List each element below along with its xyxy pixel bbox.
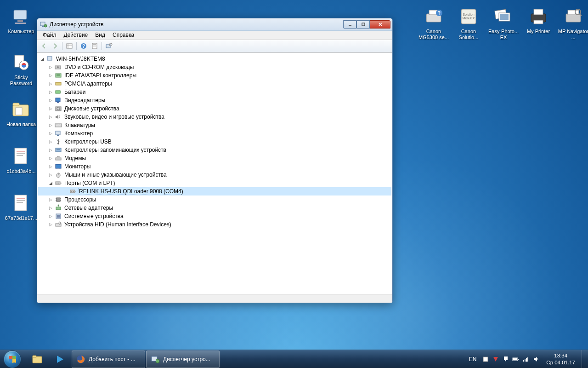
expander-icon[interactable]: ▷ — [48, 131, 53, 136]
device-manager-icon — [150, 354, 160, 364]
expander-icon[interactable]: ▷ — [48, 156, 53, 161]
tree-category[interactable]: ▷IDE ATA/ATAPI контроллеры — [38, 71, 391, 80]
tree-category[interactable]: ▷Звуковые, видео и игровые устройства — [38, 113, 391, 121]
scan-button[interactable] — [104, 41, 114, 51]
desktop-folder-icon[interactable]: Новая папка — [3, 98, 40, 127]
menu-file[interactable]: Файл — [39, 31, 60, 40]
tray-network-icon[interactable] — [522, 356, 530, 363]
tree-category[interactable]: ▷Сетевые адаптеры — [38, 204, 391, 212]
tray-kaspersky-icon[interactable] — [492, 356, 499, 363]
help-button[interactable]: ? — [79, 41, 89, 51]
desktop-icon-label: MP Navigator ... — [556, 29, 588, 40]
svg-rect-114 — [527, 357, 528, 362]
svg-point-106 — [156, 359, 159, 363]
disc-drive-icon — [55, 63, 62, 71]
tree-category-label: Контроллеры USB — [63, 138, 113, 145]
expander-icon[interactable]: ▷ — [48, 123, 53, 128]
tree-category[interactable]: ▷Модемы — [38, 154, 391, 162]
tree-category[interactable]: ▷Системные устройства — [38, 212, 391, 220]
minimize-button[interactable] — [343, 20, 356, 29]
tree-category[interactable]: ▷Клавиатуры — [38, 121, 391, 129]
svg-rect-12 — [15, 195, 27, 211]
expander-icon[interactable]: ▷ — [48, 90, 53, 95]
menu-action[interactable]: Действие — [60, 31, 92, 40]
expander-icon[interactable]: ◢ — [48, 181, 53, 186]
tray-notification-icon[interactable] — [482, 356, 489, 363]
expander-icon[interactable]: ▷ — [48, 81, 53, 86]
desktop-canon-mg-icon[interactable]: ?Canon MG5300 se... — [415, 6, 452, 40]
svg-rect-60 — [60, 92, 61, 92]
maximize-button[interactable] — [356, 20, 370, 29]
expander-icon[interactable]: ◢ — [40, 57, 45, 62]
tree-category[interactable]: ▷Контроллеры USB — [38, 138, 391, 146]
taskbar-task-device-manager[interactable]: Диспетчер устро... — [146, 351, 220, 368]
desktop-canon-solution-icon[interactable]: SolutionMenuEXCanon Solutio... — [450, 6, 487, 40]
svg-rect-65 — [55, 124, 62, 127]
forward-button[interactable] — [50, 41, 60, 51]
expander-icon[interactable]: ▷ — [48, 106, 53, 111]
tree-category-label: Звуковые, видео и игровые устройства — [63, 114, 165, 120]
tree-category[interactable]: ▷Мыши и иные указывающие устройства — [38, 171, 391, 179]
tree-category[interactable]: ▷Батареи — [38, 88, 391, 96]
expander-icon[interactable]: ▷ — [48, 172, 53, 178]
show-hidden-button[interactable] — [64, 41, 74, 51]
back-button[interactable] — [39, 41, 49, 51]
tree-category-label: Контроллеры запоминающих устройств — [63, 147, 167, 153]
tree-category[interactable]: ▷Компьютер — [38, 129, 391, 138]
tree-category[interactable]: ▷PCMCIA адаптеры — [38, 80, 391, 88]
desktop-file-icon-2[interactable]: 67a73d1e17... — [3, 192, 40, 221]
tray-power-icon[interactable] — [512, 356, 520, 363]
expander-icon[interactable]: ▷ — [48, 98, 53, 103]
expander-icon[interactable]: ▷ — [48, 65, 53, 70]
expander-icon[interactable]: ▷ — [48, 222, 53, 227]
svg-rect-62 — [57, 102, 59, 103]
svg-rect-77 — [56, 158, 61, 160]
taskbar-task-firefox[interactable]: Добавить пост - ... — [72, 351, 145, 368]
tree-category[interactable]: ▷Контроллеры запоминающих устройств — [38, 146, 391, 154]
menu-help[interactable]: Справка — [109, 31, 138, 40]
tree-category[interactable]: ▷Мониторы — [38, 162, 391, 171]
tree-category[interactable]: ▷DVD и CD-ROM дисководы — [38, 63, 391, 71]
close-button[interactable] — [370, 20, 390, 29]
tree-category[interactable]: ▷Процессоры — [38, 196, 391, 204]
tray-volume-icon[interactable] — [532, 356, 540, 363]
device-tree[interactable]: ◢ WIN-5HIVJ8KTEM8 ▷DVD и CD-ROM дисковод… — [37, 52, 392, 294]
expander-icon[interactable]: ▷ — [48, 73, 53, 78]
start-button[interactable] — [0, 350, 25, 368]
desktop-icon-label: Canon MG5300 se... — [416, 29, 451, 40]
expander-icon[interactable]: ▷ — [48, 139, 53, 144]
desktop-my-printer-icon[interactable]: My Printer — [520, 6, 557, 34]
svg-rect-111 — [523, 360, 524, 362]
port-icon — [69, 188, 77, 195]
tree-category[interactable]: ▷Дисковые устройства — [38, 104, 391, 113]
tree-root[interactable]: ◢ WIN-5HIVJ8KTEM8 — [38, 55, 391, 63]
expander-icon[interactable]: ▷ — [48, 214, 53, 219]
display-adapter-icon — [55, 97, 62, 104]
taskbar-clock[interactable]: 13:34 Ср 04.01.17 — [543, 352, 579, 366]
language-indicator[interactable]: EN — [466, 356, 480, 362]
expander-icon[interactable]: ▷ — [48, 197, 53, 202]
expander-icon[interactable]: ▷ — [48, 115, 53, 120]
pinned-media-player[interactable] — [49, 351, 71, 368]
pinned-explorer[interactable] — [27, 351, 49, 368]
menu-view[interactable]: Вид — [91, 31, 109, 40]
toolbar: ? — [37, 40, 392, 52]
properties-button[interactable] — [90, 41, 100, 51]
tree-device[interactable]: RELINK HS-USB QDLoader 9008 (COM4) — [38, 187, 391, 196]
expander-icon[interactable]: ▷ — [48, 148, 53, 153]
tray-action-center-icon[interactable] — [502, 356, 509, 363]
svg-point-83 — [57, 183, 57, 184]
show-desktop-button[interactable] — [582, 350, 587, 368]
titlebar[interactable]: Диспетчер устройств — [37, 18, 392, 31]
desktop-file-icon-1[interactable]: c1cbd3a4b... — [3, 145, 40, 174]
tree-category[interactable]: ▷Устройства HID (Human Interface Devices… — [38, 220, 391, 229]
desktop-mp-navigator-icon[interactable]: MP Navigator ... — [555, 6, 588, 40]
tree-category[interactable]: ◢Порты (COM и LPT) — [38, 179, 391, 187]
expander-icon[interactable]: ▷ — [48, 206, 53, 211]
expander-icon[interactable]: ▷ — [48, 164, 53, 169]
file-icon-1 — [10, 145, 32, 167]
desktop-easy-photo-icon[interactable]: Easy-Photo... EX — [485, 6, 522, 40]
desktop-sticky-password-icon[interactable]: Sticky Password — [3, 52, 40, 86]
tree-category[interactable]: ▷Видеоадаптеры — [38, 96, 391, 104]
desktop-computer-icon[interactable]: Компьютер — [3, 6, 40, 34]
